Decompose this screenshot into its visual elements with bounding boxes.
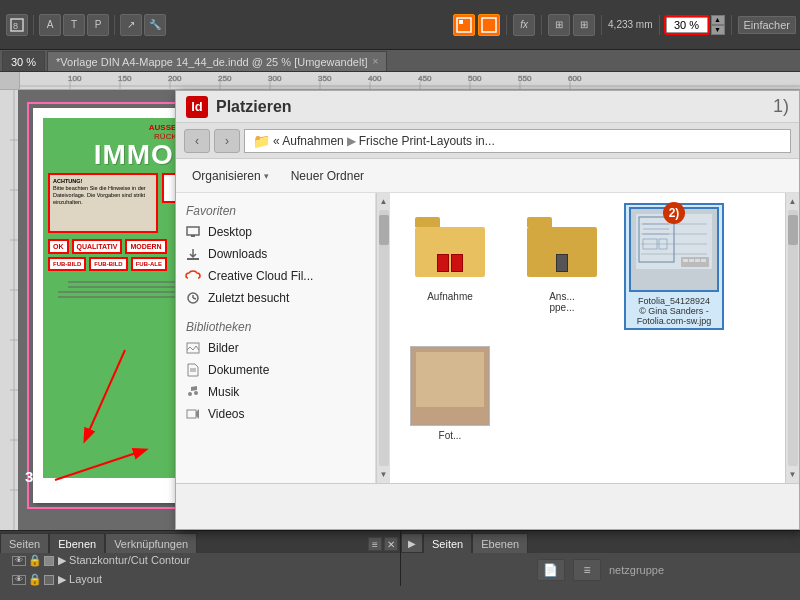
svg-text:300: 300 <box>268 74 282 83</box>
toolbar-icon-3[interactable]: T <box>63 14 85 36</box>
svg-text:200: 200 <box>168 74 182 83</box>
panel-close-btn[interactable]: ✕ <box>384 537 398 551</box>
svg-rect-5 <box>20 72 800 90</box>
scroll-track <box>379 210 389 466</box>
nav-scrollbar[interactable]: ▲ ▼ <box>376 193 390 483</box>
pages-icon-btn[interactable]: 📄 <box>537 559 565 581</box>
svg-text:250: 250 <box>218 74 232 83</box>
dialog-titlebar: Id Platzieren 1) <box>176 91 799 123</box>
scroll-up-arrow[interactable]: ▲ <box>378 195 390 208</box>
svg-rect-63 <box>695 259 700 262</box>
nav-item-musik[interactable]: Musik <box>176 381 375 403</box>
toolbar-highlight-btn[interactable] <box>453 14 475 36</box>
folder-icon: 📁 <box>253 133 270 149</box>
toolbar-icon-6[interactable]: 🔧 <box>144 14 166 36</box>
bottom-right-panel: ▶ Seiten Ebenen 📄 ≡ netzgruppe <box>400 530 800 586</box>
layer-lock-icon-1[interactable]: 🔒 <box>30 555 40 567</box>
dialog-step: 1) <box>773 96 789 117</box>
ans-thumb <box>522 207 602 287</box>
folder-file-1 <box>437 254 449 272</box>
grid-btn[interactable]: ⊞ <box>548 14 570 36</box>
layer-layout[interactable]: 👁 🔒 ▶ Layout <box>8 571 392 588</box>
nav-tree: Favoriten Desktop Downloads <box>176 193 376 483</box>
tab-document[interactable]: *Vorlage DIN A4-Mappe 14_44_de.indd @ 25… <box>47 51 387 71</box>
bottom-left-panel: Seiten Ebenen Verknüpfungen ≡ ✕ 👁 🔒 ▶ St… <box>0 530 400 586</box>
svg-rect-41 <box>187 227 199 235</box>
nav-item-recent[interactable]: Zuletzt besucht <box>176 287 375 309</box>
folder-files-preview-2 <box>556 254 568 272</box>
file-aufnahme[interactable]: Aufnahme <box>400 203 500 330</box>
file-ans[interactable]: Ans...ppe... <box>512 203 612 330</box>
fotolia2-label: Fot... <box>439 430 462 441</box>
nav-item-dokumente[interactable]: Dokumente <box>176 359 375 381</box>
layer-eye-icon-1[interactable]: 👁 <box>12 556 26 566</box>
toolbar-icon-5[interactable]: ↗ <box>120 14 142 36</box>
file-scrollbar[interactable]: ▲ ▼ <box>785 193 799 483</box>
aufnahme-label: Aufnahme <box>427 291 473 302</box>
sep1 <box>33 15 34 35</box>
bottom-right-tabs: ▶ Seiten Ebenen <box>401 531 800 553</box>
tab-right-ebenen[interactable]: Ebenen <box>472 533 528 553</box>
zoom-input[interactable]: 30 % <box>666 17 708 33</box>
bottom-right-content: 📄 ≡ netzgruppe <box>401 553 800 587</box>
nav-section-libraries: Bibliotheken Bilder Dokumente <box>176 317 375 425</box>
tab-verknuepfungen[interactable]: Verknüpfungen <box>105 533 197 553</box>
tab-right-seiten-label: Seiten <box>432 538 463 550</box>
nav-back-btn[interactable]: ‹ <box>184 129 210 153</box>
layers-icon-btn[interactable]: ≡ <box>573 559 601 581</box>
svg-point-50 <box>188 392 192 396</box>
panel-menu-btn[interactable]: ≡ <box>368 537 382 551</box>
toolbar-icon-4[interactable]: P <box>87 14 109 36</box>
main-area: AUSSENSEITE RÜCKSEITE IMMOGRÜN ACHTUNG! … <box>0 90 800 530</box>
step-2-badge: 2) <box>663 202 685 224</box>
fx-btn[interactable]: fx <box>513 14 535 36</box>
nav-item-videos[interactable]: Videos <box>176 403 375 425</box>
file-scroll-down[interactable]: ▼ <box>787 468 799 481</box>
sep4 <box>541 15 542 35</box>
tab-ebenen-label: Ebenen <box>58 538 96 550</box>
layer-eye-icon-2[interactable]: 👁 <box>12 575 26 585</box>
svg-text:550: 550 <box>518 74 532 83</box>
file-fotolia2[interactable]: Fot... <box>400 342 500 445</box>
scroll-down-arrow[interactable]: ▼ <box>378 468 390 481</box>
folder-icon-ans <box>527 217 597 277</box>
file-scroll-up[interactable]: ▲ <box>787 195 799 208</box>
zoom-down[interactable]: ▼ <box>711 25 725 35</box>
zoom-arrows[interactable]: ▲ ▼ <box>711 15 725 35</box>
svg-rect-3 <box>459 20 463 24</box>
svg-point-51 <box>194 391 198 395</box>
organize-btn[interactable]: Organisieren ▾ <box>186 166 275 186</box>
toolbar-highlight-btn2[interactable] <box>478 14 500 36</box>
sep7 <box>731 15 732 35</box>
nav-item-downloads[interactable]: Downloads <box>176 243 375 265</box>
fub2-box: FUB-BILD <box>89 257 127 271</box>
tab-ebenen[interactable]: Ebenen <box>49 533 105 553</box>
nav-item-bilder[interactable]: Bilder <box>176 337 375 359</box>
warning-text: Bitte beachten Sie die Hinweise in der D… <box>53 185 146 205</box>
breadcrumb-path[interactable]: 📁 « Aufnahmen ▶ Frische Print-Layouts in… <box>244 129 791 153</box>
bilder-icon <box>184 341 202 355</box>
toolbar-icon-1[interactable]: 8 <box>6 14 28 36</box>
achtung-label: ACHTUNG! <box>53 178 82 184</box>
tab-zoom[interactable]: 30 % <box>2 51 45 71</box>
zoom-up[interactable]: ▲ <box>711 15 725 25</box>
layer-stanzkontur[interactable]: 👁 🔒 ▶ Stanzkontur/Cut Contour <box>8 552 392 569</box>
svg-text:450: 450 <box>418 74 432 83</box>
toolbar-icon-2[interactable]: A <box>39 14 61 36</box>
tab-right-seiten[interactable]: Seiten <box>423 533 472 553</box>
svg-text:8: 8 <box>13 21 18 31</box>
panel-right-arrow[interactable]: ▶ <box>401 533 423 553</box>
nav-item-creative-cloud[interactable]: Creative Cloud Fil... <box>176 265 375 287</box>
tab-seiten-label: Seiten <box>9 538 40 550</box>
nav-forward-btn[interactable]: › <box>214 129 240 153</box>
tab-close-btn[interactable]: × <box>373 56 379 67</box>
layer-lock-icon-2[interactable]: 🔒 <box>30 574 40 586</box>
file-fotolia[interactable]: 2) <box>624 203 724 330</box>
grid2-btn[interactable]: ⊞ <box>573 14 595 36</box>
style-dropdown[interactable]: Einfacher <box>738 16 796 34</box>
dimension-display: 4,233 mm <box>608 19 652 30</box>
new-folder-btn[interactable]: Neuer Ordner <box>285 166 370 186</box>
nav-item-desktop[interactable]: Desktop <box>176 221 375 243</box>
breadcrumb-part1: « Aufnahmen <box>273 134 344 148</box>
tab-seiten[interactable]: Seiten <box>0 533 49 553</box>
